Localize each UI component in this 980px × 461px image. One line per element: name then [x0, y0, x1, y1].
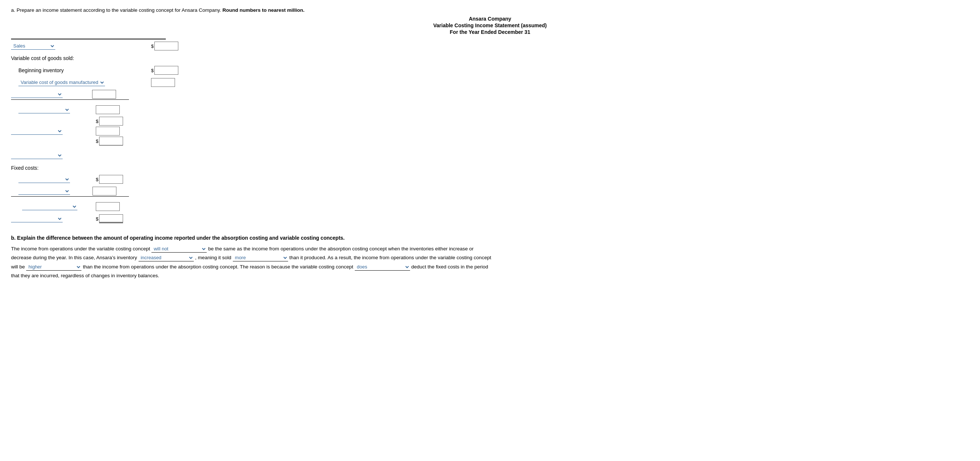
input2[interactable]	[96, 105, 120, 114]
sentence3-end: deduct the fixed costs in the period	[411, 264, 488, 270]
beginning-inventory-label: Beginning inventory	[18, 67, 64, 73]
fixed-cost-row1: $	[11, 174, 969, 184]
sentence2-end: than it produced. As a result, the incom…	[289, 255, 491, 260]
fixed-input2[interactable]	[92, 187, 116, 196]
part-b-section: b. Explain the difference between the am…	[11, 235, 969, 280]
input3[interactable]	[99, 117, 123, 126]
vcgm-dropdown[interactable]: Variable cost of goods manufactured	[18, 79, 105, 86]
sales-row: Sales $	[11, 41, 969, 51]
final-dollar: $	[96, 216, 99, 222]
statement-period: For the Year Ended December 31	[11, 29, 969, 35]
fixed-sub-dropdown[interactable]	[22, 203, 77, 210]
fixed-cost-row2	[11, 186, 129, 197]
d3-dollar: $	[96, 119, 99, 124]
part-b-bold: b.	[11, 235, 16, 241]
top-divider	[11, 39, 166, 40]
sales-dropdown[interactable]: Sales	[11, 42, 55, 50]
fixed-subdropdown-row	[11, 202, 969, 212]
partb-dropdown2[interactable]: increased decreased	[138, 254, 194, 261]
fixed-costs-label-row: Fixed costs:	[11, 163, 969, 173]
statement-header: Ansara Company Variable Costing Income S…	[11, 16, 969, 35]
sentence3-mid: than the income from operations under th…	[83, 264, 353, 270]
vcgm-row: Variable cost of goods manufactured	[11, 77, 969, 87]
sentence2-start: decrease during the year. In this case, …	[11, 255, 137, 260]
company-name: Ansara Company	[11, 16, 969, 22]
sentence1-end: be the same as the income from operation…	[208, 246, 473, 251]
vcogs-label: Variable cost of goods sold:	[11, 55, 74, 61]
beginning-inventory-input[interactable]	[154, 66, 178, 75]
bi-dollar: $	[151, 68, 154, 73]
fixed-dropdown2[interactable]	[18, 188, 70, 195]
dropdown-row4	[11, 150, 969, 161]
fixed-dropdown1[interactable]	[18, 176, 70, 183]
input1[interactable]	[92, 90, 116, 99]
partb-dropdown1[interactable]: will not will	[151, 245, 207, 253]
sales-dollar: $	[151, 43, 154, 49]
sentence2-mid: , meaning it sold	[195, 255, 231, 260]
part-b-title: b. Explain the difference between the am…	[11, 235, 969, 241]
partb-dropdown3[interactable]: more less	[233, 254, 288, 261]
dropdown1[interactable]	[11, 91, 63, 98]
fixed-costs-label: Fixed costs:	[11, 165, 39, 171]
dropdown-row1	[11, 89, 129, 100]
vcgm-input[interactable]	[151, 78, 175, 87]
beginning-inventory-row: Beginning inventory $	[11, 65, 969, 75]
sales-input[interactable]	[154, 41, 178, 51]
final-total-row: $	[11, 213, 969, 224]
sentence4: that they are incurred, regardless of ch…	[11, 273, 159, 278]
sentence1-start: The income from operations under the var…	[11, 246, 150, 251]
part-b-body: The income from operations under the var…	[11, 245, 969, 280]
stacked-inputs-row: $ $	[11, 117, 969, 145]
instruction-text: a. Prepare an income statement according…	[11, 7, 969, 13]
sentence3-start: will be	[11, 264, 25, 270]
part-b-text1: Explain the difference between the amoun…	[16, 235, 344, 241]
fc1-dollar: $	[96, 177, 99, 182]
partb-dropdown4[interactable]: higher lower	[26, 263, 81, 271]
d4-dollar: $	[96, 138, 99, 144]
dropdown2[interactable]	[18, 106, 70, 113]
input4[interactable]	[96, 127, 120, 135]
dropdown3[interactable]	[11, 127, 63, 135]
fixed-sub-input1[interactable]	[96, 202, 120, 211]
input5[interactable]	[99, 137, 123, 145]
dropdown4[interactable]	[11, 152, 63, 159]
statement-title: Variable Costing Income Statement (assum…	[11, 22, 969, 29]
vcogs-label-row: Variable cost of goods sold:	[11, 53, 969, 64]
partb-dropdown5[interactable]: does does not	[355, 263, 410, 271]
final-dropdown[interactable]	[11, 215, 63, 223]
final-input[interactable]	[99, 214, 123, 223]
dropdown-row2	[11, 105, 969, 115]
fixed-input1[interactable]	[99, 175, 123, 184]
